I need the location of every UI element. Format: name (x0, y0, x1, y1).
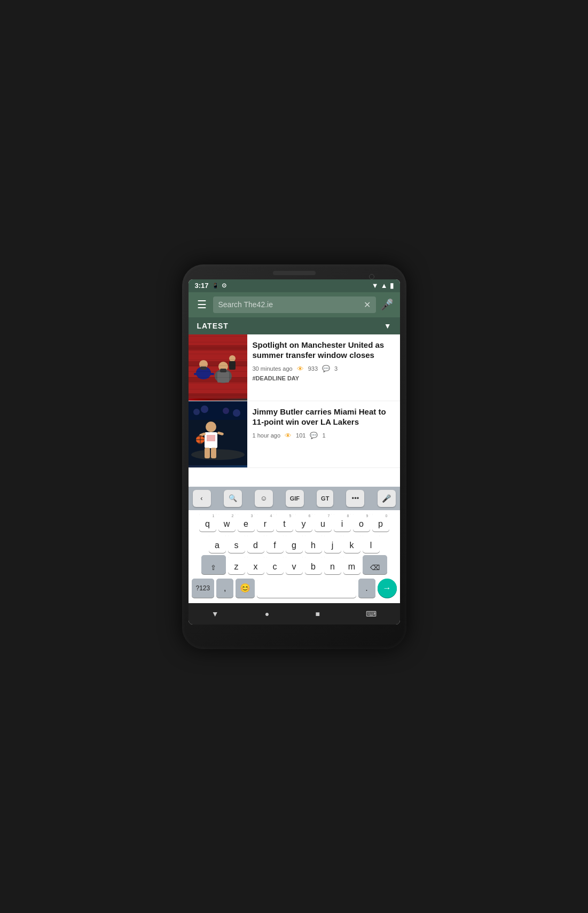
article-2-comments: 1 (322, 432, 325, 439)
key-delete[interactable]: ⌫ (363, 555, 387, 574)
key-f[interactable]: f (266, 534, 284, 553)
key-s[interactable]: s (228, 534, 245, 553)
battery-icon: ▮ (390, 282, 394, 290)
key-period[interactable]: . (358, 579, 375, 598)
svg-rect-7 (198, 369, 209, 378)
tab-dropdown-arrow[interactable]: ▼ (384, 322, 391, 330)
news-item-1[interactable]: Spotlight on Manchester United as summer… (189, 334, 400, 401)
search-bar: ☰ ✕ 🎤 (189, 292, 400, 317)
key-d[interactable]: d (247, 534, 264, 553)
svg-rect-10 (200, 366, 207, 370)
svg-rect-21 (207, 435, 215, 441)
key-c[interactable]: c (266, 555, 284, 574)
article-1-time: 30 minutes ago (253, 365, 293, 372)
news-item-2[interactable]: Jimmy Butler carries Miami Heat to 11-po… (189, 401, 400, 468)
key-i[interactable]: i8 (334, 512, 351, 532)
keyboard-search-button[interactable]: 🔍 (224, 490, 242, 507)
key-a[interactable]: a (209, 534, 226, 553)
svg-rect-14 (220, 369, 226, 372)
mic-search-icon[interactable]: 🎤 (380, 298, 394, 311)
news-list: Spotlight on Manchester United as summer… (189, 334, 400, 487)
svg-point-30 (193, 409, 200, 415)
keyboard-keys: q1 w2 e3 r4 t5 y6 u7 i8 o9 p0 a s d f g … (189, 510, 400, 603)
key-p[interactable]: p0 (372, 512, 389, 532)
nav-home-button[interactable]: ● (256, 607, 278, 620)
keyboard-row-1: q1 w2 e3 r4 t5 y6 u7 i8 o9 p0 (190, 512, 399, 532)
key-g[interactable]: g (286, 534, 303, 553)
key-y[interactable]: y6 (295, 512, 312, 532)
keyboard-row-3: ⇧ z x c v b n m ⌫ (190, 555, 399, 574)
nav-keyboard-button[interactable]: ⌨ (357, 607, 385, 620)
svg-rect-27 (205, 448, 210, 458)
key-z[interactable]: z (228, 555, 245, 574)
phone-device: 3:17 📱 ⊙ ▼ ▲ ▮ ☰ ✕ 🎤 LATEST ▼ (182, 264, 406, 649)
svg-rect-16 (229, 361, 236, 370)
key-n[interactable]: n (324, 555, 341, 574)
key-u[interactable]: u7 (315, 512, 332, 532)
svg-point-5 (196, 366, 211, 379)
tab-bar[interactable]: LATEST ▼ (189, 317, 400, 334)
key-v[interactable]: v (286, 555, 303, 574)
article-1-comments: 3 (334, 365, 338, 372)
phone-screen: 3:17 📱 ⊙ ▼ ▲ ▮ ☰ ✕ 🎤 LATEST ▼ (189, 279, 400, 625)
keyboard-more-button[interactable]: ••• (346, 490, 364, 507)
clear-search-icon[interactable]: ✕ (364, 300, 371, 310)
svg-rect-2 (189, 350, 247, 361)
keyboard-mic-button[interactable]: 🎤 (378, 490, 396, 507)
search-input[interactable] (218, 300, 364, 309)
news-title-1: Spotlight on Manchester United as summer… (253, 340, 395, 361)
key-l[interactable]: l (363, 534, 380, 553)
svg-point-12 (218, 362, 228, 371)
keyboard-translate-button[interactable]: GT (317, 490, 333, 507)
svg-rect-28 (211, 448, 216, 458)
thumbnail-svg-2 (189, 401, 247, 465)
key-w[interactable]: w2 (218, 512, 236, 532)
key-b[interactable]: b (305, 555, 322, 574)
key-m[interactable]: m (343, 555, 360, 574)
key-comma[interactable]: , (216, 579, 233, 598)
key-t[interactable]: t5 (276, 512, 293, 532)
news-thumbnail-1 (189, 334, 247, 401)
keyboard-row-2: a s d f g h j k l (190, 534, 399, 553)
nav-recents-button[interactable]: ■ (307, 607, 328, 620)
key-k[interactable]: k (343, 534, 360, 553)
key-shift[interactable]: ⇧ (201, 555, 226, 574)
key-r[interactable]: r4 (257, 512, 274, 532)
phone-speaker (273, 271, 316, 275)
key-send[interactable]: → (378, 579, 397, 598)
views-icon-1: 👁 (297, 365, 304, 373)
keyboard-sticker-button[interactable]: ☺ (255, 490, 273, 507)
svg-point-18 (191, 449, 245, 460)
phone-camera (369, 274, 374, 279)
news-meta-1: 30 minutes ago 👁 933 💬 3 (253, 365, 395, 373)
search-input-container: ✕ (213, 296, 376, 313)
article-2-views: 101 (296, 432, 305, 439)
keyboard-gif-button[interactable]: GIF (286, 490, 304, 507)
svg-point-11 (215, 369, 232, 383)
key-o[interactable]: o9 (353, 512, 370, 532)
comments-icon-2: 💬 (310, 432, 318, 439)
hamburger-menu-icon[interactable]: ☰ (195, 297, 209, 312)
key-j[interactable]: j (324, 534, 341, 553)
article-2-time: 1 hour ago (253, 432, 281, 439)
key-num-toggle[interactable]: ?123 (192, 579, 215, 598)
keyboard-bottom-row: ?123 , 😊 . → (190, 576, 399, 601)
svg-point-32 (223, 408, 229, 414)
sim-icon: 📱 (212, 283, 218, 288)
svg-rect-1 (189, 334, 247, 345)
svg-point-33 (233, 409, 240, 417)
keyboard-toolbar: ‹ 🔍 ☺ GIF GT ••• 🎤 (189, 487, 400, 510)
key-h[interactable]: h (305, 534, 322, 553)
key-space[interactable] (257, 579, 356, 598)
key-x[interactable]: x (247, 555, 264, 574)
wifi-signal-icon: ▼ (372, 282, 379, 290)
key-emoji[interactable]: 😊 (236, 579, 255, 598)
key-q[interactable]: q1 (199, 512, 216, 532)
comments-icon-1: 💬 (322, 365, 330, 372)
svg-rect-8 (194, 373, 198, 375)
svg-point-31 (201, 405, 208, 413)
svg-rect-13 (217, 372, 229, 383)
key-e[interactable]: e3 (238, 512, 255, 532)
nav-back-button[interactable]: ▼ (203, 607, 228, 620)
keyboard-back-button[interactable]: ‹ (193, 490, 211, 507)
